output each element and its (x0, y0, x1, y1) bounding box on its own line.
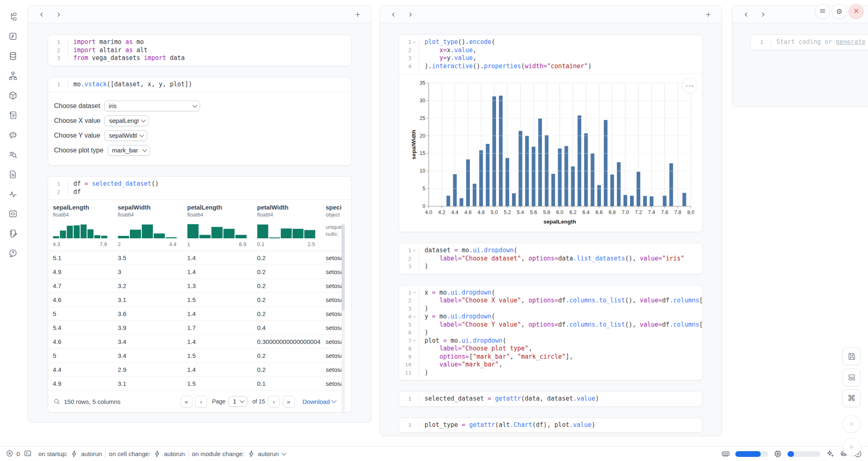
download-button[interactable]: Download (302, 398, 336, 405)
autorun-setting-3[interactable]: on module change:autorun (192, 450, 286, 458)
add-cell-button[interactable] (703, 9, 713, 20)
notebook-cell: 1x = mo.ui.dropdown(2 label="Choose X va… (399, 285, 703, 381)
autorun-setting-2[interactable]: on cell change:autorun (109, 450, 185, 458)
bar-mark (591, 153, 594, 206)
first-page-button[interactable]: « (180, 396, 192, 408)
dropdown-choose-y-value[interactable]: sepalWidth (104, 130, 147, 141)
scrollbar-thumb[interactable] (342, 224, 345, 311)
select-input[interactable]: sepalWidth (104, 130, 147, 141)
code-editor[interactable]: 1x = mo.ui.dropdown(2 label="Choose X va… (399, 286, 702, 380)
page-select[interactable]: 1 (229, 396, 247, 407)
layout-button[interactable] (843, 368, 861, 386)
altair-chart[interactable]: 4.04.24.44.64.85.05.25.45.65.86.06.26.46… (399, 74, 702, 232)
collapse-left-icon[interactable] (741, 9, 751, 20)
sidebar-item-file-tree[interactable] (5, 9, 20, 24)
table-column-header[interactable]: speciesobjectunique:nulls: (321, 204, 342, 247)
next-page-button[interactable]: › (268, 396, 280, 408)
table-scrollbar[interactable] (342, 224, 345, 413)
fold-chevron-icon[interactable] (412, 248, 417, 253)
search-icon[interactable] (53, 398, 60, 405)
dropdown-choose-x-value[interactable]: sepalLength (104, 115, 149, 126)
sidebar-item-function[interactable] (5, 29, 20, 44)
svg-text:5.6: 5.6 (530, 210, 537, 215)
fold-spacer (412, 370, 417, 375)
sidebar-item-package[interactable] (5, 88, 20, 103)
scratchpad-icon (8, 229, 18, 238)
sidebar-item-scratchpad[interactable] (5, 226, 20, 241)
table-row[interactable]: 53.61.40.2setosa (48, 307, 342, 321)
menu-button[interactable] (815, 4, 830, 19)
fold-chevron-icon[interactable] (412, 314, 417, 319)
select-input[interactable]: mark_bar (108, 145, 150, 156)
sidebar-item-activity[interactable] (5, 187, 20, 201)
collapse-right-icon[interactable] (405, 9, 416, 20)
table-column-header[interactable]: sepalLengthfloat644.37.9 (48, 204, 113, 247)
dropdown-choose-dataset[interactable]: iris (104, 101, 200, 111)
generate-with-ai-link[interactable]: generate (836, 38, 866, 46)
table-column-header[interactable]: petalWidthfloat640.12.5 (252, 204, 321, 247)
table-row[interactable]: 4.73.21.30.2setosa (48, 279, 342, 293)
fold-chevron-icon[interactable] (412, 290, 417, 295)
code-editor[interactable]: 1import marimo as mo2import altair as al… (48, 35, 351, 66)
sidebar-item-database[interactable] (5, 48, 20, 63)
collapse-right-icon[interactable] (757, 9, 768, 20)
sidebar-item-help[interactable] (5, 246, 20, 260)
select-input[interactable]: sepalLength (104, 115, 149, 126)
table-cell: 2.9 (113, 366, 182, 373)
control-row: Choose Y valuesepalWidth (54, 128, 351, 143)
collapse-left-icon[interactable] (388, 9, 399, 20)
terminal-toggle[interactable] (24, 449, 32, 459)
run-button[interactable] (843, 438, 861, 456)
table-cell: setosa (321, 380, 342, 387)
bar-mark (564, 146, 568, 206)
bar-mark (545, 135, 549, 206)
table-row[interactable]: 4.63.11.50.2setosa (48, 293, 342, 307)
code-editor[interactable]: 1dataset = mo.ui.dropdown(2 label="Choos… (399, 243, 702, 274)
table-row[interactable]: 5.43.91.70.4setosa (48, 321, 342, 335)
ai-sparkle-icon[interactable] (826, 449, 834, 458)
dropdown-choose-plot-type[interactable]: mark_bar (108, 145, 150, 156)
stop-button[interactable] (843, 415, 861, 433)
command-button[interactable]: ⌘ (843, 389, 861, 407)
page-number-select[interactable]: 1 (229, 396, 247, 407)
code-editor[interactable]: 1Start coding or generate with (751, 35, 868, 50)
collapse-left-icon[interactable] (36, 9, 47, 20)
fold-chevron-icon[interactable] (412, 338, 417, 343)
sidebar-item-chat-bot[interactable] (5, 127, 20, 142)
code-editor[interactable]: 1df = selected_dataset()2df (48, 177, 351, 199)
notebook-cell: 1plot_type().encode(2 x=x.value,3 y=y.va… (399, 35, 703, 232)
autorun-setting-1[interactable]: on startup:autorun (38, 450, 102, 458)
table-row[interactable]: 53.41.50.2setosa (48, 349, 342, 363)
settings-button[interactable]: ⚙ (832, 4, 847, 19)
table-column-header[interactable]: sepalWidthfloat6424.4 (113, 204, 182, 247)
save-button[interactable] (843, 347, 861, 365)
table-row[interactable]: 4.931.40.2setosa (48, 265, 342, 279)
table-cell: 3.1 (113, 380, 182, 387)
sidebar-item-list-search[interactable] (5, 147, 20, 162)
code-editor[interactable]: 1mo.vstack([dataset, x, y, plot]) (48, 77, 351, 92)
table-row[interactable]: 5.13.51.40.2setosa (48, 251, 342, 265)
table-column-header[interactable]: petalLengthfloat6416.9 (182, 204, 252, 247)
sidebar-item-document[interactable] (5, 167, 20, 182)
select-input[interactable]: iris (104, 101, 200, 111)
sidebar-item-logs[interactable] (5, 108, 20, 122)
line-number: 5 (408, 321, 411, 329)
chart-options-button[interactable] (682, 78, 697, 94)
sidebar-item-dependency-graph[interactable] (5, 68, 20, 83)
last-page-button[interactable]: » (283, 396, 295, 408)
sidebar-item-code-snippets[interactable] (5, 206, 20, 221)
code-editor[interactable]: 1plot_type().encode(2 x=x.value,3 y=y.va… (399, 35, 702, 74)
line-gutter: 1 (751, 38, 771, 46)
code-editor[interactable]: 1selected_dataset = getattr(data, datase… (399, 392, 702, 406)
table-row[interactable]: 4.63.41.40.30000000000000004setosa (48, 335, 342, 349)
table-row[interactable]: 4.93.11.50.1setosa (48, 377, 342, 391)
fold-chevron-icon[interactable] (412, 40, 417, 45)
table-row[interactable]: 4.42.91.40.2setosa (48, 363, 342, 377)
previous-page-button[interactable]: ‹ (195, 396, 207, 408)
code-editor[interactable]: 1plot_type = getattr(alt.Chart(df), plot… (399, 418, 702, 433)
error-count-indicator[interactable]: 0 (6, 449, 20, 459)
collapse-right-icon[interactable] (53, 9, 64, 20)
add-cell-button[interactable] (352, 9, 363, 20)
close-button[interactable] (849, 4, 863, 19)
setting-value: autorun (164, 450, 185, 457)
